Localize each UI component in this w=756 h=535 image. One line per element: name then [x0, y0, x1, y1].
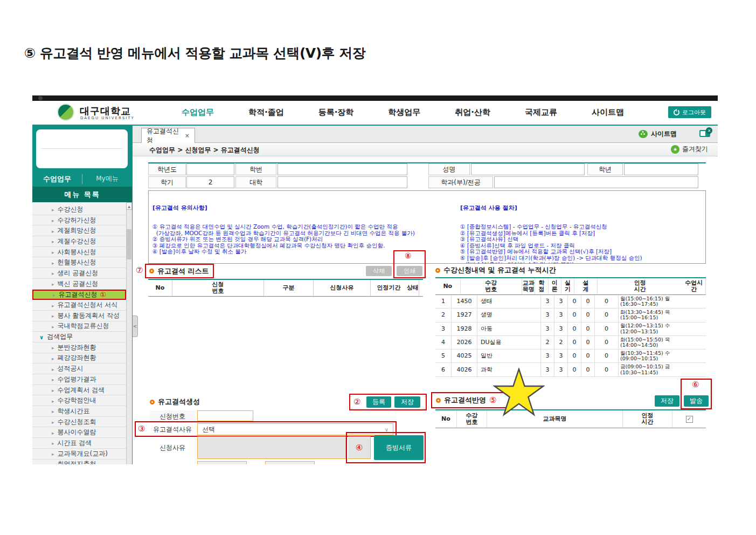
table-row[interactable]: 2 1927 생명 3 3 0 0 0 화(13:30~14:45) 목(15:… [435, 308, 706, 322]
nav-item[interactable]: 학적·졸업 [248, 107, 284, 118]
menu-item[interactable]: 유고결석신청서 서식 [32, 300, 126, 311]
major-input[interactable] [494, 176, 698, 188]
bullet-arrow-icon [52, 375, 58, 383]
absence-list-table: No신청 번호구분신청사유인정기간상태 [148, 279, 423, 297]
sidebar-tabs: 수업업무 My메뉴 [32, 171, 132, 187]
cell-design: 0 [581, 349, 595, 362]
menu-item[interactable]: 봉사이수열람 [32, 427, 126, 438]
menu-item[interactable]: 헌혈봉사신청 [32, 257, 126, 268]
column-header: 이 론 [549, 278, 561, 294]
detail-reason-textarea[interactable] [197, 436, 346, 459]
table-row[interactable]: 6 4026 과학 3 3 0 0 0 금(09:00~10:15) 금(10:… [435, 363, 706, 376]
evidence-button[interactable]: 증빙서류 [374, 435, 424, 460]
period-date-end[interactable]: ▦ [265, 461, 315, 464]
logout-button[interactable]: 로그아웃 [668, 106, 711, 118]
bullet-arrow-icon [52, 280, 58, 287]
name-input[interactable] [471, 163, 585, 175]
register-button[interactable]: 등록 [366, 396, 391, 408]
nav-item[interactable]: 취업·산학 [455, 107, 490, 118]
sidebar-tab-my[interactable]: My메뉴 [82, 174, 132, 183]
cell-design: 0 [581, 323, 595, 335]
year-input[interactable] [186, 163, 234, 175]
menu-item[interactable]: 계절수강신청 [32, 236, 126, 247]
menu-item[interactable]: 검색업무 [32, 332, 126, 342]
create-section-title: 유고결석생성 [158, 397, 200, 407]
sidebar-tab-main[interactable]: 수업업무 [32, 174, 82, 184]
college-input[interactable] [278, 176, 407, 188]
scroll-up-icon[interactable]: ▲ [126, 202, 132, 210]
cell-course-name: 일반 [477, 349, 541, 362]
menu-item[interactable]: 국내학점교류신청 [32, 321, 126, 332]
send-button[interactable]: 발송 [684, 395, 709, 407]
studentid-input[interactable] [278, 163, 407, 175]
period-date-start[interactable]: ▦ [197, 461, 247, 464]
apply-save-button[interactable]: 저장 [655, 395, 679, 407]
create-save-button[interactable]: 저장 [394, 396, 420, 408]
menu-item[interactable]: 학생시간표 [32, 406, 126, 417]
cell-no: 6 [435, 363, 452, 376]
cell-class-time: 금(09:00~10:15) 금(10:30~11:45) [619, 363, 706, 376]
grade-input[interactable] [624, 163, 698, 175]
menu-item[interactable]: 수강신청 [32, 204, 126, 215]
menu-item[interactable]: 수강학점안내 [32, 395, 126, 406]
nav-item[interactable]: 등록·장학 [318, 107, 354, 118]
nav-item[interactable]: 학생업무 [388, 107, 420, 118]
tab-yugo[interactable]: 유고결석신청 × [141, 128, 195, 143]
menu-item[interactable]: 계절희망신청 [32, 225, 126, 236]
menu-item[interactable]: 봉사 활동계획서 작성 [32, 311, 126, 321]
nav-item[interactable]: 사이트맵 [592, 107, 624, 118]
table-row[interactable]: 1 1450 생태 3 3 0 0 0 월(15:00~16:15) 월(16:… [435, 295, 706, 308]
menu-item[interactable]: 수업평가결과 [32, 374, 126, 385]
column-header: 학 점 [535, 278, 548, 294]
select-all-checkbox[interactable]: ✓ [686, 416, 693, 423]
menu-item-label: 검색업무 [47, 332, 73, 341]
menu-item[interactable]: 성적공시 [32, 363, 126, 374]
apply-no-input[interactable] [197, 410, 253, 421]
menu-item[interactable]: 수강허가신청 [32, 215, 126, 226]
menu-item[interactable]: 취업정지추천 [32, 459, 126, 465]
nav-item[interactable]: 수업업무 [182, 107, 214, 118]
menu-item[interactable]: 시간표 검색 [32, 438, 126, 449]
bullet-arrow-icon [52, 439, 58, 447]
menu-item-label: 백신 공결신청 [58, 279, 99, 289]
column-header: 인정기간 [371, 280, 407, 296]
menu-item[interactable]: 백신 공결신청 [32, 279, 126, 290]
cell-practice: 0 [568, 308, 581, 321]
bullet-arrow-icon [52, 259, 58, 266]
cell-practice: 0 [568, 363, 581, 376]
annotation-4: ④ [356, 444, 363, 452]
table-row[interactable]: 5 4025 일반 3 3 0 0 0 월(10:30~11:45) 수(09:… [435, 349, 706, 363]
field-label-major: 학과(부)/전공 [428, 176, 493, 188]
favorites-link[interactable]: ★ 즐겨찾기 [671, 145, 708, 154]
menu-item[interactable]: 수업계획서 검색 [32, 385, 126, 396]
menu-item[interactable]: 유고결석신청 ① [32, 290, 126, 300]
delete-button[interactable]: 삭제 [366, 266, 392, 276]
collapse-handle[interactable]: < [133, 315, 138, 337]
menu-item[interactable]: 생리 공결신청 [32, 268, 126, 279]
menu-item[interactable]: 분반강좌현황 [32, 342, 126, 353]
window-icon[interactable] [699, 130, 710, 137]
menu-item[interactable]: 수강신청조회 [32, 417, 126, 428]
bullet-arrow-icon [52, 205, 58, 213]
tab-close-icon[interactable]: × [185, 132, 190, 139]
table-row[interactable]: 4 2026 DU실용 2 2 0 0 0 화(15:00~15:50) 목(1… [435, 336, 706, 349]
user-info-box [36, 129, 128, 168]
semester-input[interactable] [186, 176, 234, 188]
main-nav: 수업업무학적·졸업등록·장학학생업무취업·산학국제교류사이트맵 [164, 101, 641, 124]
bullet-arrow-icon [52, 227, 58, 235]
print-button[interactable]: 인쇄 [397, 266, 422, 276]
table-row[interactable]: 3 1928 아동 3 3 0 0 0 월(12:00~13:15) 수(12:… [435, 323, 706, 336]
cell-credit: 3 [541, 308, 554, 321]
detail-reason-label: 신청사유 [150, 436, 195, 459]
logo-subtitle: DAEGU UNIVERSITY [80, 116, 135, 120]
menu-item[interactable]: 폐강강좌현황 [32, 353, 126, 364]
apply-table: No 수강 번호 교과목명 인정 시간 ✓ [435, 409, 706, 428]
field-label-name: 성명 [428, 163, 470, 175]
menu-item[interactable]: 사회봉사신청 [32, 247, 126, 258]
sitemap-link[interactable]: 사이트맵 [639, 129, 677, 139]
scroll-thumb[interactable] [127, 229, 131, 259]
cell-recognized: 0 [595, 323, 619, 335]
nav-item[interactable]: 국제교류 [525, 107, 557, 118]
menu-item[interactable]: 교과목개요(교과) [32, 449, 126, 459]
menu-item-label: 분반강좌현황 [58, 343, 96, 352]
